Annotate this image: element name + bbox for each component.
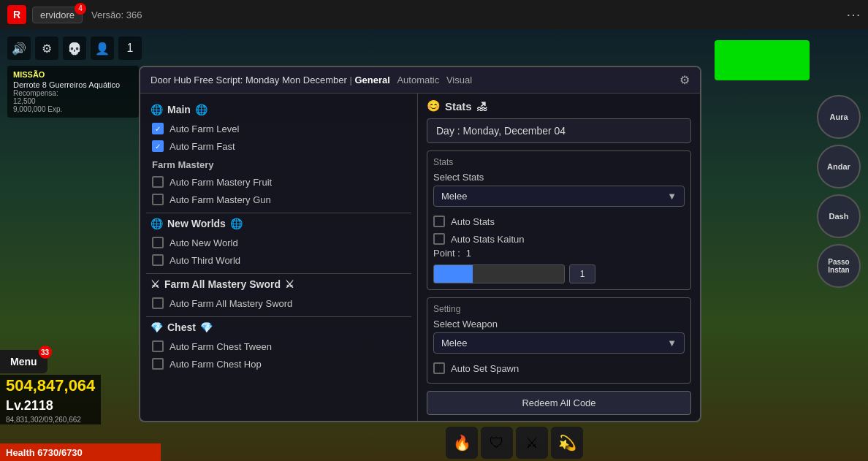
divider-1 (146, 213, 411, 213)
point-label: Point : (433, 248, 460, 259)
setting-section: Setting Select Weapon Melee ▼ Auto Set S… (427, 297, 691, 384)
auto-farm-chest-tween-label: Auto Farm Chest Tween (170, 341, 272, 352)
tab-button[interactable]: 4 ervidore (32, 7, 83, 23)
farm-mastery-label: Farm Mastery (152, 159, 411, 170)
more-button[interactable]: ⋯ (846, 6, 861, 23)
auto-farm-all-mastery-sword-row[interactable]: Auto Farm All Mastery Sword (146, 294, 411, 312)
mission-box: MISSÃO Derrote 8 Guerreiros Aquático Rec… (7, 66, 139, 118)
panel-tab-general[interactable]: General (354, 75, 389, 85)
select-stats-dropdown[interactable]: Melee ▼ (433, 186, 685, 207)
passo-button[interactable]: PassoInstan (817, 244, 861, 288)
divider-2 (146, 273, 411, 274)
mission-desc: Derrote 8 Guerreiros Aquático (13, 80, 133, 89)
auto-farm-level-row[interactable]: Auto Farm Level (146, 120, 411, 137)
taskbar-item-3[interactable]: 💫 (551, 427, 583, 459)
script-panel: Door Hub Free Script: Monday Mon Decembe… (139, 66, 701, 422)
day-display: Day : Monday, December 04 (427, 118, 691, 143)
farm-sword-header: ⚔ Farm All Mastery Sword ⚔ (151, 278, 411, 290)
auto-farm-mastery-fruit-checkbox[interactable] (152, 176, 164, 188)
auto-farm-all-mastery-sword-checkbox[interactable] (152, 297, 164, 309)
auto-farm-chest-hop-checkbox[interactable] (152, 358, 164, 370)
auto-farm-mastery-gun-label: Auto Farm Mastery Gun (170, 194, 271, 205)
panel-tab-automatic[interactable]: Automatic (397, 75, 439, 85)
auto-stats-checkbox[interactable] (433, 216, 445, 227)
money-display: 504,847,064 (0, 375, 101, 397)
select-weapon-dropdown[interactable]: Melee ▼ (433, 332, 685, 354)
taskbar-item-0[interactable]: 🔥 (446, 427, 478, 459)
gear-icon[interactable]: ⚙ (679, 73, 690, 87)
point-slider[interactable] (433, 264, 565, 283)
auto-farm-chest-tween-checkbox[interactable] (152, 340, 164, 352)
dash-button[interactable]: Dash (817, 194, 861, 238)
hud-person-icon[interactable]: 👤 (91, 37, 114, 60)
point-value-label: 1 (466, 248, 471, 259)
panel-header: Door Hub Free Script: Monday Mon Decembe… (140, 67, 700, 94)
andar-button[interactable]: Andar (817, 145, 861, 188)
select-stats-value: Melee (441, 191, 467, 202)
panel-tab-visual[interactable]: Visual (446, 75, 472, 85)
auto-farm-fast-label: Auto Farm Fast (170, 141, 235, 152)
auto-farm-chest-hop-row[interactable]: Auto Farm Chest Hop (146, 355, 411, 373)
divider-3 (146, 316, 411, 317)
main-icon-left: 🌐 (151, 104, 163, 115)
hud-number-icon[interactable]: 1 (118, 37, 142, 60)
menu-button[interactable]: 33 Menu (0, 350, 47, 373)
stats-section: Stats Select Stats Melee ▼ Auto Stats Au… (427, 151, 691, 290)
top-bar: R 4 ervidore Versão: 366 ⋯ (0, 0, 868, 29)
auto-set-spawn-label: Auto Set Spawn (451, 363, 519, 374)
auto-farm-mastery-fruit-row[interactable]: Auto Farm Mastery Fruit (146, 173, 411, 191)
mission-reward-label: Recompensa: (13, 89, 133, 97)
bottom-left-stats: 504,847,064 Lv.2118 84,831,302/09,260,66… (0, 375, 101, 424)
auto-set-spawn-row[interactable]: Auto Set Spawn (433, 359, 685, 377)
auto-farm-fast-row[interactable]: Auto Farm Fast (146, 137, 411, 155)
level-value: 2118 (24, 398, 53, 413)
panel-body: 🌐 Main 🌐 Auto Farm Level Auto Farm Fast … (140, 94, 700, 421)
mission-reward-money: 12,500 (13, 97, 133, 105)
menu-label: Menu (10, 356, 37, 367)
auto-new-world-row[interactable]: Auto New World (146, 234, 411, 251)
auto-third-world-label: Auto Third World (170, 255, 240, 266)
auto-stats-kaitun-row[interactable]: Auto Stats Kaitun (433, 230, 685, 248)
hud-settings-icon[interactable]: ⚙ (35, 37, 58, 60)
auto-new-world-label: Auto New World (170, 237, 238, 248)
roblox-logo: R (7, 5, 26, 24)
new-worlds-icon-left: 🌐 (151, 218, 163, 229)
auto-farm-level-label: Auto Farm Level (170, 123, 239, 134)
hud-skull-icon[interactable]: 💀 (63, 37, 86, 60)
setting-section-title: Setting (433, 304, 685, 314)
auto-farm-mastery-gun-checkbox[interactable] (152, 194, 164, 205)
auto-stats-label: Auto Stats (451, 216, 495, 227)
auto-farm-chest-tween-row[interactable]: Auto Farm Chest Tween (146, 338, 411, 355)
new-worlds-label: New Worlds (167, 218, 226, 229)
auto-farm-chest-hop-label: Auto Farm Chest Hop (170, 359, 262, 370)
level-prefix: Lv. (6, 398, 24, 413)
auto-third-world-checkbox[interactable] (152, 254, 164, 266)
point-display-value: 1 (569, 264, 595, 283)
auto-third-world-row[interactable]: Auto Third World (146, 251, 411, 269)
tab-badge: 4 (75, 3, 86, 15)
hud-icons: 🔊 ⚙ 💀 👤 1 (7, 37, 142, 60)
main-label: Main (167, 104, 191, 115)
auto-farm-fast-checkbox[interactable] (152, 140, 164, 152)
auto-farm-mastery-gun-row[interactable]: Auto Farm Mastery Gun (146, 191, 411, 208)
hud-sound-icon[interactable]: 🔊 (7, 37, 31, 60)
auto-farm-level-checkbox[interactable] (152, 123, 164, 134)
taskbar-item-1[interactable]: 🛡 (481, 427, 513, 459)
auto-stats-kaitun-checkbox[interactable] (433, 233, 445, 245)
aura-button[interactable]: Aura (817, 95, 861, 139)
right-panel: 😊 Stats 🏖 Day : Monday, December 04 Stat… (418, 94, 700, 421)
health-max: 6730 (61, 447, 83, 458)
auto-new-world-checkbox[interactable] (152, 237, 164, 248)
chest-header: 💎 Chest 💎 (151, 321, 411, 333)
select-weapon-label: Select Weapon (433, 319, 685, 329)
taskbar-item-2[interactable]: ⚔ (516, 427, 548, 459)
farm-sword-label: Farm All Mastery Sword (164, 278, 281, 290)
point-row: Point : 1 (433, 248, 685, 259)
menu-badge: 33 (39, 346, 52, 359)
redeem-all-code-button[interactable]: Redeem All Code (427, 391, 691, 415)
auto-set-spawn-checkbox[interactable] (433, 362, 445, 374)
new-worlds-icon-right: 🌐 (230, 218, 243, 229)
chest-label: Chest (167, 321, 196, 333)
auto-stats-row[interactable]: Auto Stats (433, 213, 685, 230)
main-icon-right: 🌐 (195, 104, 208, 115)
